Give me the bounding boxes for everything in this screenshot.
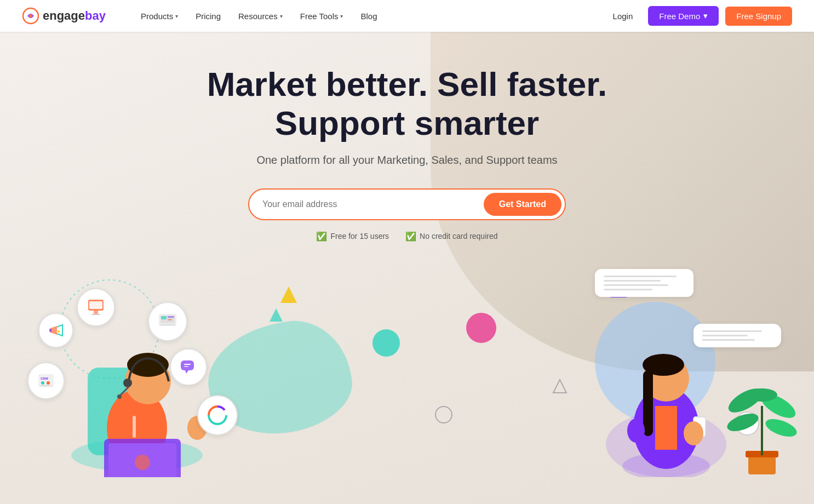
hero-title: Market better. Sell faster. Support smar…	[0, 65, 814, 143]
svg-marker-2	[280, 287, 297, 303]
free-demo-button[interactable]: Free Demo ▾	[648, 6, 719, 26]
svg-point-59	[725, 410, 760, 434]
svg-marker-3	[270, 308, 283, 322]
hero-content: Market better. Sell faster. Support smar…	[0, 32, 814, 242]
logo-icon	[22, 7, 39, 25]
speech-bubble-1	[595, 269, 693, 297]
demo-chevron-icon: ▾	[703, 11, 708, 21]
hero-badges: ✅ Free for 15 users ✅ No credit card req…	[0, 231, 814, 242]
svg-rect-23	[49, 329, 51, 332]
float-icon-chat	[170, 348, 207, 386]
hero-section: Market better. Sell faster. Support smar…	[0, 32, 814, 504]
nav-actions: Login Free Demo ▾ Free Signup	[604, 6, 792, 26]
float-icon-dashboard	[148, 302, 187, 341]
free-signup-button[interactable]: Free Signup	[725, 7, 792, 26]
nav-resources[interactable]: Resources ▾	[231, 7, 290, 25]
svg-rect-47	[655, 406, 677, 450]
circle-red	[466, 313, 496, 343]
svg-point-43	[213, 411, 222, 420]
svg-rect-18	[133, 416, 136, 438]
svg-marker-4	[553, 380, 566, 393]
svg-rect-35	[160, 324, 175, 325]
svg-rect-34	[168, 319, 172, 320]
nav-free-tools[interactable]: Free Tools ▾	[293, 7, 351, 25]
badge-free-users: ✅ Free for 15 users	[316, 231, 389, 242]
float-icon-monitor	[77, 288, 115, 327]
get-started-button[interactable]: Get Started	[484, 193, 561, 216]
logo-engage-text: engage	[43, 9, 85, 22]
svg-marker-39	[185, 370, 188, 374]
hero-subtitle: One platform for all your Marketing, Sal…	[0, 154, 814, 167]
navbar: engagebay Products ▾ Pricing Resources ▾…	[0, 0, 814, 32]
float-icon-crm: CRM	[27, 362, 65, 399]
svg-point-28	[47, 381, 50, 385]
svg-point-27	[41, 381, 44, 385]
illustration-area: CRM	[0, 258, 814, 477]
logo[interactable]: engagebay	[22, 7, 106, 25]
svg-rect-38	[184, 366, 188, 367]
svg-point-52	[684, 421, 703, 445]
svg-point-53	[627, 419, 645, 443]
svg-rect-29	[41, 385, 51, 386]
triangle-yellow	[279, 285, 298, 306]
svg-point-61	[747, 388, 777, 402]
free-tools-chevron-icon: ▾	[340, 13, 343, 19]
nav-products[interactable]: Products ▾	[133, 7, 186, 25]
login-button[interactable]: Login	[604, 7, 642, 25]
svg-rect-32	[161, 316, 167, 319]
svg-rect-50	[643, 370, 653, 436]
svg-point-16	[135, 455, 150, 470]
svg-point-12	[123, 379, 132, 387]
float-icon-chart	[197, 395, 238, 436]
check-icon-2: ✅	[405, 231, 416, 242]
svg-rect-22	[89, 301, 102, 309]
nav-links: Products ▾ Pricing Resources ▾ Free Tool…	[133, 7, 604, 25]
triangle-outline	[552, 379, 567, 396]
circle-teal-large	[372, 329, 400, 357]
svg-point-13	[117, 394, 122, 399]
svg-rect-54	[748, 455, 776, 474]
svg-point-60	[763, 415, 799, 440]
svg-point-1	[29, 14, 32, 18]
svg-point-24	[58, 330, 60, 333]
nav-blog[interactable]: Blog	[353, 7, 385, 25]
nav-pricing[interactable]: Pricing	[188, 7, 228, 25]
resources-chevron-icon: ▾	[280, 13, 283, 19]
svg-rect-37	[184, 364, 191, 365]
badge-no-credit-card: ✅ No credit card required	[405, 231, 497, 242]
check-icon-1: ✅	[316, 231, 327, 242]
svg-text:CRM: CRM	[41, 377, 48, 380]
products-chevron-icon: ▾	[175, 13, 178, 19]
logo-bay-text: bay	[85, 9, 106, 22]
svg-rect-36	[181, 360, 194, 370]
svg-rect-21	[91, 314, 100, 315]
circle-outline-small	[435, 406, 452, 423]
svg-rect-33	[168, 316, 174, 318]
email-input[interactable]	[262, 199, 484, 209]
email-form: Get Started	[248, 188, 566, 220]
speech-bubble-2	[693, 324, 781, 347]
svg-rect-20	[94, 311, 98, 314]
float-icon-megaphone	[38, 313, 73, 348]
